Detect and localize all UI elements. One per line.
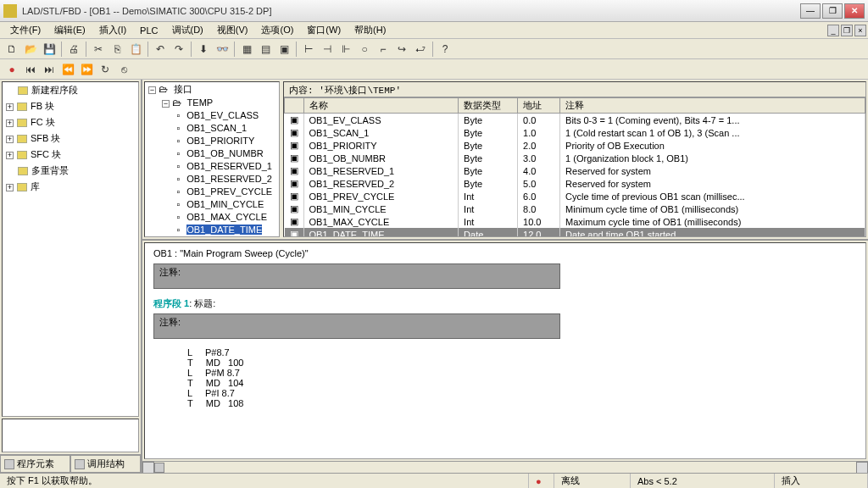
cell-comment[interactable]: Reserved for system (560, 177, 865, 190)
cell-name[interactable]: OB1_PREV_CYCLE (303, 190, 459, 202)
tree-var[interactable]: ▫ OB1_OB_NUMBR (145, 147, 279, 160)
cell-addr[interactable]: 3.0 (518, 152, 560, 164)
tree-root-interface[interactable]: −🗁 接口 (145, 82, 279, 97)
col-type[interactable]: 数据类型 (459, 98, 518, 114)
copy-icon[interactable]: ⎘ (108, 41, 125, 58)
code-line[interactable]: T MD 108 (153, 398, 857, 408)
coil-icon[interactable]: ○ (356, 41, 373, 58)
inner-close-button[interactable]: × (854, 25, 866, 36)
table-row[interactable]: ▣ OB1_OB_NUMBR Byte 3.0 1 (Organization … (285, 152, 865, 164)
tree-temp-folder[interactable]: −🗁 TEMP (145, 97, 279, 109)
nw-left-icon[interactable]: ⊣ (319, 41, 336, 58)
cell-name[interactable]: OB1_OB_NUMBR (303, 152, 459, 164)
cell-comment[interactable]: Minimum cycle time of OB1 (milliseconds) (560, 202, 865, 215)
table-row[interactable]: ▣ OB1_PRIORITY Byte 2.0 Priority of OB E… (285, 139, 865, 152)
menu-edit[interactable]: 编辑(E) (47, 22, 92, 38)
table-row[interactable]: ▣ OB1_PREV_CYCLE Int 6.0 Cycle time of p… (285, 190, 865, 202)
cell-type[interactable]: Byte (459, 139, 518, 152)
code-editor[interactable]: OB1 : "Main Program Sweep (Cycle)" 注释: 程… (144, 242, 866, 459)
menu-plc[interactable]: PLC (133, 24, 164, 37)
program-element-tree[interactable]: 新建程序段 +FB 块 +FC 块 +SFB 块 +SFC 块 多重背景 +库 (2, 81, 139, 417)
cell-name[interactable]: OB1_SCAN_1 (303, 126, 459, 139)
cell-name[interactable]: OB1_DATE_TIME (303, 228, 459, 236)
segment-name[interactable]: 程序段 1 (153, 298, 189, 308)
mode-icon[interactable]: ⎋ (115, 61, 132, 78)
cell-comment[interactable]: Date and time OB1 started (560, 228, 865, 236)
new-file-icon[interactable]: 🗋 (3, 41, 20, 58)
cell-name[interactable]: OB1_PRIORITY (303, 139, 459, 152)
cell-addr[interactable]: 0.0 (518, 114, 560, 127)
menu-window[interactable]: 窗口(W) (300, 22, 348, 38)
cell-addr[interactable]: 4.0 (518, 164, 560, 177)
cell-type[interactable]: Byte (459, 114, 518, 127)
branch-icon[interactable]: ⌐ (375, 41, 392, 58)
step-fwd-icon[interactable]: ⏭ (41, 61, 58, 78)
code-line[interactable]: T MD 104 (153, 378, 857, 388)
table-row[interactable]: ▣ OB1_MAX_CYCLE Int 10.0 Maximum cycle t… (285, 215, 865, 228)
print-icon[interactable]: 🖨 (65, 41, 82, 58)
return-icon[interactable]: ⮐ (412, 41, 429, 58)
cell-name[interactable]: OB1_EV_CLASS (303, 114, 459, 127)
jump-icon[interactable]: ↪ (393, 41, 410, 58)
tree-var[interactable]: ▫ OB1_RESERVED_1 (145, 160, 279, 173)
expand-icon[interactable]: + (6, 184, 14, 191)
cell-addr[interactable]: 6.0 (518, 190, 560, 202)
cell-addr[interactable]: 12.0 (518, 228, 560, 236)
tree-var[interactable]: ▫ OB1_PREV_CYCLE (145, 186, 279, 198)
expand-icon[interactable]: + (6, 136, 14, 143)
cell-type[interactable]: Byte (459, 177, 518, 190)
horizontal-scrollbar[interactable] (142, 461, 868, 473)
code-line[interactable]: L P#8.7 (153, 347, 857, 358)
cell-addr[interactable]: 5.0 (518, 177, 560, 190)
expand-icon[interactable]: + (6, 152, 14, 159)
inner-restore-button[interactable]: ❐ (841, 25, 853, 36)
code-line[interactable]: L P#M 8.7 (153, 368, 857, 378)
monitor-icon[interactable]: 👓 (214, 41, 231, 58)
col-name[interactable]: 名称 (303, 98, 459, 114)
table-row[interactable]: ▣ OB1_SCAN_1 Byte 1.0 1 (Cold restart sc… (285, 126, 865, 139)
table-row[interactable]: ▣ OB1_DATE_TIME Date_... 12.0 Date and t… (285, 228, 865, 236)
collapse-icon[interactable]: − (162, 100, 170, 108)
tree-var[interactable]: ▫ OB1_MIN_CYCLE (145, 198, 279, 211)
cell-comment[interactable]: Bits 0-3 = 1 (Coming event), Bits 4-7 = … (560, 114, 865, 127)
cell-addr[interactable]: 8.0 (518, 202, 560, 215)
cell-addr[interactable]: 2.0 (518, 139, 560, 152)
rewind-icon[interactable]: ⏪ (59, 61, 76, 78)
ffwd-icon[interactable]: ⏩ (78, 61, 95, 78)
col-comment[interactable]: 注释 (560, 98, 865, 114)
redo-icon[interactable]: ↷ (170, 41, 187, 58)
menu-help[interactable]: 帮助(H) (348, 22, 392, 38)
tab-program-elements[interactable]: 程序元素 (0, 455, 70, 473)
cell-type[interactable]: Byte (459, 164, 518, 177)
inner-minimize-button[interactable]: _ (827, 25, 839, 36)
menu-options[interactable]: 选项(O) (254, 22, 300, 38)
record-icon[interactable]: ● (3, 61, 20, 78)
tree-var[interactable]: ▫ OB1_SCAN_1 (145, 122, 279, 135)
cell-comment[interactable]: Cycle time of previous OB1 scan (millise… (560, 190, 865, 202)
tree-item-library[interactable]: +库 (3, 179, 138, 195)
tree-var[interactable]: ▫ OB1_MAX_CYCLE (145, 211, 279, 224)
cell-type[interactable]: Int (459, 190, 518, 202)
cell-type[interactable]: Int (459, 202, 518, 215)
symbol-icon[interactable]: ▣ (275, 41, 292, 58)
open-icon[interactable]: 📂 (22, 41, 39, 58)
cell-name[interactable]: OB1_MIN_CYCLE (303, 202, 459, 215)
cell-type[interactable]: Int (459, 215, 518, 228)
menu-debug[interactable]: 调试(D) (165, 22, 210, 38)
cell-comment[interactable]: Reserved for system (560, 164, 865, 177)
table-row[interactable]: ▣ OB1_EV_CLASS Byte 0.0 Bits 0-3 = 1 (Co… (285, 114, 865, 127)
variable-table[interactable]: 名称 数据类型 地址 注释 ▣ OB1_EV_CLASS Byte 0.0 Bi… (284, 97, 865, 236)
paste-icon[interactable]: 📋 (127, 41, 144, 58)
tree-item-sfb[interactable]: +SFB 块 (3, 130, 138, 147)
tree-var[interactable]: ▫ OB1_RESERVED_2 (145, 173, 279, 186)
table-row[interactable]: ▣ OB1_RESERVED_2 Byte 5.0 Reserved for s… (285, 177, 865, 190)
maximize-button[interactable]: ❐ (822, 3, 843, 19)
collapse-icon[interactable]: − (148, 86, 156, 94)
interface-tree[interactable]: −🗁 接口 −🗁 TEMP ▫ OB1_EV_CLASS ▫ OB1_SCAN_… (144, 81, 280, 237)
ladder-icon[interactable]: ⊢ (300, 41, 317, 58)
close-button[interactable]: ✕ (844, 3, 865, 19)
col-addr[interactable]: 地址 (518, 98, 560, 114)
tree-var[interactable]: ▫ OB1_PRIORITY (145, 135, 279, 147)
expand-icon[interactable]: + (6, 119, 14, 127)
tree-item-new-network[interactable]: 新建程序段 (3, 82, 138, 98)
